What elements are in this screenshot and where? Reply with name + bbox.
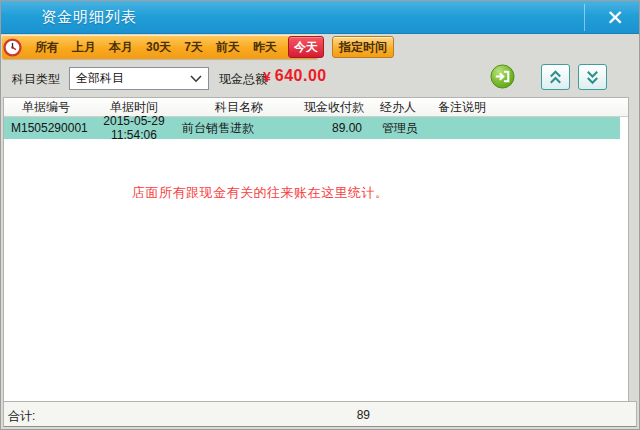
collapse-up-button[interactable] (541, 64, 570, 90)
header-remark[interactable]: 备注说明 (426, 99, 628, 116)
double-chevron-down-icon (584, 68, 601, 86)
date-filter-toolbar: 所有 上月 本月 30天 7天 前天 昨天 今天 指定时间 (2, 35, 318, 59)
titlebar-divider: ✕ (584, 4, 631, 31)
title-bar: 资金明细列表 ✕ (1, 1, 639, 34)
cash-total-label: 现金总额 (219, 71, 267, 88)
cell-order-no: M1505290001 (4, 121, 88, 135)
filter-30days-button[interactable]: 30天 (146, 38, 171, 56)
filter-yesterday-button[interactable]: 昨天 (253, 38, 277, 56)
collapse-down-button[interactable] (578, 64, 607, 90)
clock-icon (3, 38, 22, 57)
cash-hint-text: 店面所有跟现金有关的往来账在这里统计。 (132, 184, 389, 202)
total-label: 合计: (8, 408, 35, 425)
header-subject-name[interactable]: 科目名称 (180, 99, 298, 116)
header-cash-amount[interactable]: 现金收付款 (298, 99, 370, 116)
subject-select-value: 全部科目 (76, 70, 190, 87)
double-chevron-up-icon (547, 68, 564, 86)
page-title: 资金明细列表 (1, 8, 137, 27)
filter-thismonth-button[interactable]: 本月 (109, 38, 133, 56)
filter-lastmonth-button[interactable]: 上月 (72, 38, 96, 56)
currency-symbol: ¥ (263, 69, 271, 85)
filter-today-button[interactable]: 今天 (288, 36, 324, 58)
fund-detail-window: 资金明细列表 ✕ 所有 上月 本月 30天 7天 前天 昨天 今天 指定时间 科… (0, 0, 640, 430)
header-order-time[interactable]: 单据时间 (88, 99, 180, 116)
chevron-down-icon (190, 75, 202, 83)
cell-order-time: 2015-05-29 11:54:06 (88, 114, 180, 142)
status-bar: 合计: 89 (3, 401, 637, 427)
filter-all-button[interactable]: 所有 (35, 38, 59, 56)
filter-customrange-button[interactable]: 指定时间 (332, 36, 394, 58)
subject-select[interactable]: 全部科目 (69, 67, 209, 90)
header-operator[interactable]: 经办人 (370, 99, 426, 116)
subject-type-label: 科目类型 (12, 71, 60, 88)
header-order-no[interactable]: 单据编号 (4, 99, 88, 116)
fund-detail-table: 单据编号 单据时间 科目名称 现金收付款 经办人 备注说明 M150529000… (3, 97, 629, 403)
cell-operator: 管理员 (370, 120, 426, 137)
table-row-selected[interactable]: M1505290001 2015-05-29 11:54:06 前台销售进款 8… (4, 117, 620, 139)
total-value: 89 (298, 408, 370, 422)
filter-7days-button[interactable]: 7天 (184, 38, 203, 56)
cash-total-value: 640.00 (275, 67, 327, 84)
filter-summary-bar: 科目类型 全部科目 现金总额 ¥640.00 (1, 59, 639, 97)
filter-daybefore-button[interactable]: 前天 (216, 38, 240, 56)
close-icon[interactable]: ✕ (599, 6, 631, 30)
cell-amount: 89.00 (298, 121, 370, 135)
cell-subject-name: 前台销售进款 (180, 120, 298, 137)
cash-total-amount: ¥640.00 (263, 67, 327, 85)
refresh-import-icon[interactable] (490, 64, 515, 89)
